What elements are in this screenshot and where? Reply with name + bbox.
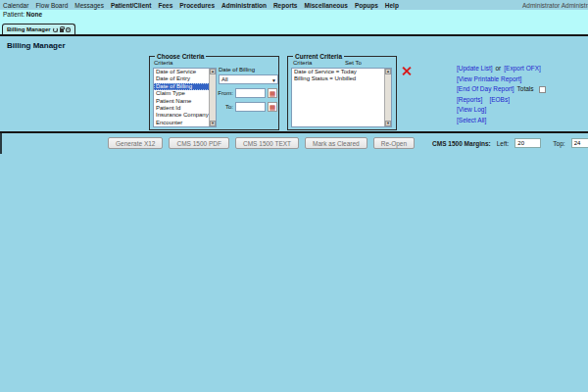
list-item[interactable]: Date of Service: [154, 69, 216, 75]
menu-item-calendar[interactable]: Calendar: [3, 2, 28, 9]
from-calendar-button[interactable]: ▦: [268, 88, 277, 98]
list-item[interactable]: Date of Entry: [154, 75, 216, 82]
or-text: or: [496, 64, 502, 74]
tab-title: Billing Manager: [7, 26, 51, 32]
refresh-icon[interactable]: [53, 27, 58, 32]
update-list-link[interactable]: [Update List]: [457, 64, 493, 74]
reports-link[interactable]: [Reports]: [457, 95, 482, 106]
menu-item-help[interactable]: Help: [385, 2, 399, 9]
current-criteria-panel: Current Criteria Criteria Set To Date of…: [287, 56, 397, 130]
menu-item-procedures[interactable]: Procedures: [179, 2, 215, 9]
frame-edge: [0, 133, 2, 154]
generate-x12-button[interactable]: Generate X12: [108, 137, 163, 149]
left-margin-label: Left:: [497, 140, 510, 147]
patient-value: None: [26, 11, 42, 18]
page-title: Billing Manager: [7, 41, 66, 50]
eobs-link[interactable]: [EOBs]: [489, 95, 510, 106]
header-strip: Patient: None Billing Manager: [0, 10, 588, 36]
export-ofx-link[interactable]: [Export OFX]: [504, 64, 541, 74]
section-divider: [0, 131, 588, 133]
menu-item-messages[interactable]: Messages: [74, 2, 104, 9]
action-bar: Generate X12 CMS 1500 PDF CMS 1500 TEXT …: [108, 136, 588, 150]
choose-criteria-panel: Choose Criteria Criteria Date of Service…: [149, 56, 279, 130]
date-of-billing-label: Date of Billing: [219, 67, 255, 73]
chevron-down-icon: ▼: [271, 77, 276, 83]
patient-label: Patient:: [3, 11, 24, 18]
menu-item-reports[interactable]: Reports: [273, 2, 298, 9]
top-margin-input[interactable]: [571, 138, 588, 148]
current-criteria-col-set-to: Set To: [345, 60, 362, 66]
list-item[interactable]: Insurance Company: [154, 112, 216, 119]
from-date-input[interactable]: [235, 88, 266, 98]
cms-1500-pdf-button[interactable]: CMS 1500 PDF: [169, 137, 229, 149]
scrollbar[interactable]: ▲ ▼: [384, 69, 391, 126]
top-menu-bar: Calendar Flow Board Messages Patient/Cli…: [0, 0, 588, 10]
patient-bar: Patient: None: [3, 11, 42, 18]
menu-item-fees[interactable]: Fees: [158, 2, 172, 9]
scroll-down-button[interactable]: ▼: [210, 121, 216, 126]
list-item[interactable]: Claim Type: [154, 90, 216, 97]
menu-item-patient-client[interactable]: Patient/Client: [111, 2, 152, 9]
tab-billing-manager[interactable]: Billing Manager: [2, 24, 75, 34]
menu-item-administration[interactable]: Administration: [221, 2, 267, 9]
logged-in-user: Administrator Administrator: [522, 2, 588, 9]
to-calendar-button[interactable]: ▦: [268, 102, 277, 112]
to-date-input[interactable]: [235, 102, 266, 112]
billing-manager-app: { "menu_bar": { "items": [ {"label": "Ca…: [0, 0, 588, 392]
delete-criteria-icon[interactable]: [401, 66, 412, 76]
cms-1500-text-button[interactable]: CMS 1500 TEXT: [235, 137, 299, 149]
list-item[interactable]: Patient Id: [154, 105, 216, 112]
lock-icon[interactable]: [60, 28, 64, 32]
from-label: From:: [217, 90, 233, 96]
totals-label: Totals: [517, 84, 534, 95]
view-log-link[interactable]: [View Log]: [457, 105, 486, 116]
criteria-listbox[interactable]: Date of Service Date of Entry Date of Bi…: [153, 68, 217, 127]
links-column: [Update List] or [Export OFX] [View Prin…: [457, 64, 546, 125]
date-range-selected-value: All: [221, 76, 228, 82]
view-printable-report-link[interactable]: [View Printable Report]: [457, 74, 521, 85]
end-of-day-report-link[interactable]: [End Of Day Report]: [457, 84, 514, 95]
top-margin-label: Top:: [553, 140, 564, 147]
menu-item-miscellaneous[interactable]: Miscellaneous: [304, 2, 347, 9]
totals-checkbox[interactable]: [539, 86, 546, 93]
cms-margins-label: CMS 1500 Margins:: [432, 140, 491, 147]
list-item[interactable]: Patient Name: [154, 98, 216, 105]
scroll-up-button[interactable]: ▲: [210, 69, 216, 74]
current-criteria-row[interactable]: Date of Service = Today: [292, 69, 391, 75]
current-criteria-listbox[interactable]: Date of Service = Today Billing Status =…: [291, 68, 392, 127]
criteria-list-label: Criteria: [154, 60, 172, 66]
menu-item-popups[interactable]: Popups: [355, 2, 378, 9]
gear-icon[interactable]: [66, 27, 71, 32]
list-item[interactable]: Encounter: [154, 120, 216, 126]
menu-item-flow-board[interactable]: Flow Board: [35, 2, 68, 9]
select-all-link[interactable]: [Select All]: [457, 116, 486, 126]
date-range-select[interactable]: All ▼: [219, 74, 278, 84]
scroll-up-button[interactable]: ▲: [385, 69, 391, 74]
left-margin-input[interactable]: [514, 138, 541, 148]
mark-as-cleared-button[interactable]: Mark as Cleared: [305, 137, 368, 149]
scrollbar[interactable]: ▲ ▼: [209, 69, 216, 126]
re-open-button[interactable]: Re-Open: [373, 137, 415, 149]
scroll-down-button[interactable]: ▼: [385, 121, 391, 126]
list-item-selected[interactable]: Date of Billing: [154, 83, 216, 90]
current-criteria-col-criteria: Criteria: [293, 60, 312, 66]
current-criteria-row[interactable]: Billing Status = Unbilled: [292, 75, 391, 82]
to-label: To:: [217, 104, 233, 110]
